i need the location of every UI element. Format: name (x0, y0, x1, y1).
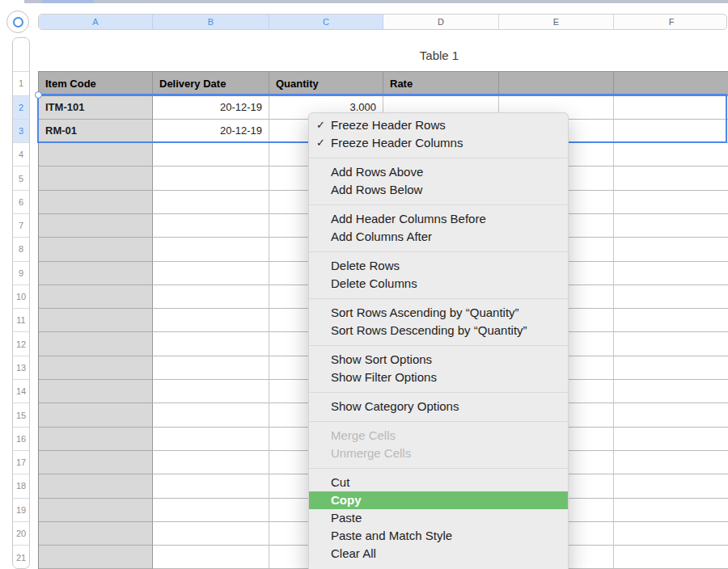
header-cell-f1[interactable] (614, 72, 728, 96)
cell-F14[interactable] (614, 380, 728, 403)
menu-item-sort-rows-ascending-by-quantity[interactable]: Sort Rows Ascending by “Quantity” (309, 304, 568, 322)
row-header-2[interactable]: 2 (13, 96, 29, 120)
cell-A6[interactable] (39, 191, 153, 214)
menu-item-sort-rows-descending-by-quantity[interactable]: Sort Rows Descending by “Quantity” (309, 322, 568, 339)
menu-item-add-rows-above[interactable]: Add Rows Above (309, 163, 568, 181)
cell-B4[interactable] (153, 143, 269, 166)
menu-item-show-category-options[interactable]: Show Category Options (309, 398, 568, 415)
cell-B17[interactable] (153, 451, 269, 474)
row-header-3[interactable]: 3 (13, 120, 29, 143)
cell-B16[interactable] (153, 428, 269, 451)
row-header-15[interactable]: 15 (13, 403, 29, 427)
menu-item-add-header-columns-before[interactable]: Add Header Columns Before (309, 210, 568, 228)
row-header-21[interactable]: 21 (13, 546, 29, 569)
cell-B7[interactable] (153, 214, 269, 238)
cell-F4[interactable] (614, 143, 728, 166)
header-cell-quantity[interactable]: Quantity (269, 72, 383, 96)
cell-F9[interactable] (614, 262, 728, 285)
row-header-12[interactable]: 12 (13, 332, 29, 356)
cell-B6[interactable] (153, 191, 269, 214)
header-cell-e1[interactable] (499, 72, 614, 96)
cell-F19[interactable] (614, 499, 728, 522)
cell-F3[interactable] (614, 120, 728, 143)
column-header-c[interactable]: C (269, 15, 383, 29)
cell-F6[interactable] (614, 191, 728, 214)
row-header-9[interactable]: 9 (13, 262, 29, 285)
cell-B19[interactable] (153, 499, 269, 522)
cell-B11[interactable] (153, 309, 269, 332)
cell-B12[interactable] (153, 332, 269, 356)
column-header-b[interactable]: B (153, 15, 269, 29)
cell-F2[interactable] (614, 96, 728, 120)
cell-F20[interactable] (614, 522, 728, 546)
cell-F12[interactable] (614, 332, 728, 356)
cell-A10[interactable] (39, 285, 153, 309)
menu-item-show-sort-options[interactable]: Show Sort Options (309, 351, 568, 369)
cell-A17[interactable] (39, 451, 153, 474)
column-header-d[interactable]: D (383, 15, 499, 29)
cell-F16[interactable] (614, 428, 728, 451)
cell-A15[interactable] (39, 403, 153, 427)
cell-F10[interactable] (614, 285, 728, 309)
cell-B15[interactable] (153, 403, 269, 427)
cell-F7[interactable] (614, 214, 728, 238)
cell-B14[interactable] (153, 380, 269, 403)
row-header-8[interactable]: 8 (13, 238, 29, 261)
cell-F17[interactable] (614, 451, 728, 474)
row-header-10[interactable]: 10 (13, 285, 29, 309)
table-select-handle[interactable] (6, 11, 29, 33)
cell-F13[interactable] (614, 356, 728, 380)
menu-item-add-columns-after[interactable]: Add Columns After (309, 228, 568, 246)
cell-B9[interactable] (153, 262, 269, 285)
header-cell-item-code[interactable]: Item Code (39, 72, 153, 96)
menu-item-show-filter-options[interactable]: Show Filter Options (309, 369, 568, 386)
cell-B3[interactable]: 20-12-19 (153, 120, 269, 143)
cell-A11[interactable] (39, 309, 153, 332)
cell-A7[interactable] (39, 214, 153, 238)
menu-item-clear-all[interactable]: Clear All (309, 545, 568, 563)
cell-B18[interactable] (153, 474, 269, 498)
cell-A20[interactable] (39, 522, 153, 546)
row-header-5[interactable]: 5 (13, 166, 29, 190)
cell-F11[interactable] (614, 309, 728, 332)
row-header-4[interactable]: 4 (13, 143, 29, 166)
column-header-e[interactable]: E (499, 15, 614, 29)
cell-A9[interactable] (39, 262, 153, 285)
menu-item-copy[interactable]: Copy (309, 491, 568, 509)
cell-F5[interactable] (614, 166, 728, 190)
cell-A2[interactable]: ITM-101 (39, 96, 153, 120)
cell-A13[interactable] (39, 356, 153, 380)
cell-A16[interactable] (39, 428, 153, 451)
row-header-18[interactable]: 18 (13, 474, 29, 498)
cell-B8[interactable] (153, 238, 269, 261)
cell-F8[interactable] (614, 238, 728, 261)
cell-B20[interactable] (153, 522, 269, 546)
row-header-1[interactable]: 1 (13, 72, 29, 96)
cell-F15[interactable] (614, 403, 728, 427)
menu-item-cut[interactable]: Cut (309, 474, 568, 491)
cell-A19[interactable] (39, 499, 153, 522)
menu-item-paste[interactable]: Paste (309, 509, 568, 527)
row-header-13[interactable]: 13 (13, 356, 29, 380)
header-cell-rate[interactable]: Rate (383, 72, 499, 96)
header-cell-delivery-date[interactable]: Delivery Date (153, 72, 269, 96)
cell-A8[interactable] (39, 238, 153, 261)
row-header-17[interactable]: 17 (13, 451, 29, 474)
row-header-20[interactable]: 20 (13, 522, 29, 546)
menu-item-delete-rows[interactable]: Delete Rows (309, 257, 568, 275)
cell-B21[interactable] (153, 546, 269, 569)
menu-item-freeze-header-rows[interactable]: ✓Freeze Header Rows (309, 116, 568, 134)
cell-F21[interactable] (614, 546, 728, 569)
cell-A18[interactable] (39, 474, 153, 498)
row-header-11[interactable]: 11 (13, 309, 29, 332)
cell-A5[interactable] (39, 166, 153, 190)
cell-A4[interactable] (39, 143, 153, 166)
menu-item-freeze-header-columns[interactable]: ✓Freeze Header Columns (309, 134, 568, 152)
cell-A3[interactable]: RM-01 (39, 120, 153, 143)
row-header-6[interactable]: 6 (13, 191, 29, 214)
menu-item-add-rows-below[interactable]: Add Rows Below (309, 181, 568, 199)
menu-item-paste-and-match-style[interactable]: Paste and Match Style (309, 527, 568, 545)
row-header-14[interactable]: 14 (13, 380, 29, 403)
table-title[interactable]: Table 1 (358, 48, 520, 62)
row-header-16[interactable]: 16 (13, 428, 29, 451)
